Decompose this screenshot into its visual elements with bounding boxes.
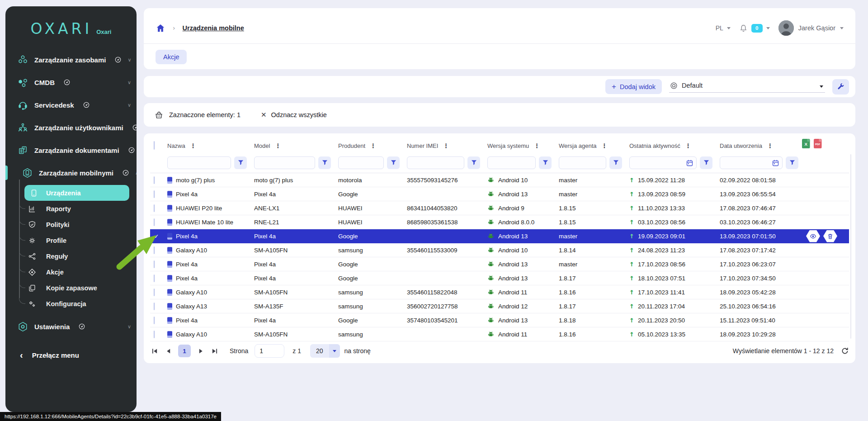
akcje-button[interactable]: Akcje [156,50,187,64]
page-number-input[interactable] [255,344,284,358]
view-selector[interactable]: Default [669,80,825,93]
row-checkbox[interactable] [154,204,155,212]
export-pdf-button[interactable]: PDF [814,139,822,148]
sidebar-item-reguły[interactable]: Reguły [5,248,137,264]
notifications-button[interactable]: 0 [739,24,770,33]
table-row[interactable]: moto g(7) plusmoto g(7) plusmotorola3555… [150,173,849,187]
sidebar-item-cmdb[interactable]: CMDB∨ [5,71,137,94]
table-row[interactable]: Pixel 4aPixel 4aGoogleAndroid 13master↑1… [150,187,849,201]
sidebar-item-zarządzanie-mobilnymi[interactable]: Zarządzanie mobilnymi∧ [5,161,137,184]
view-details-button[interactable] [806,230,820,242]
language-selector[interactable]: PL [716,24,731,32]
table-row[interactable]: Pixel 4aPixel 4aGoogle357480103545201And… [150,313,849,327]
filter-input-wersja-systemu[interactable] [488,157,535,169]
table-row[interactable]: HUAWEI P20 liteANE-LX1HUAWEI863411044053… [150,201,849,215]
filter-funnel-button[interactable] [387,156,400,169]
column-menu-icon[interactable]: ⋮ [443,143,449,149]
column-header-label[interactable]: Produdent [338,142,365,149]
row-checkbox[interactable] [154,218,155,226]
sidebar-item-zarządzanie-dokumentami[interactable]: Zarządzanie dokumentami∨ [5,139,137,161]
sidebar-collapse-button[interactable]: ‹ Przełącz menu [5,350,137,360]
gauge-icon [79,323,85,330]
refresh-button[interactable] [841,347,849,355]
current-page-button[interactable]: 1 [178,345,191,357]
export-excel-button[interactable]: X [802,139,810,148]
sidebar-item-urządzenia[interactable]: Urządzenia [24,185,129,201]
sidebar-item-polityki[interactable]: Polityki [5,217,137,232]
sidebar-item-ustawienia[interactable]: Ustawienia∨ [5,315,137,338]
sidebar-item-raporty[interactable]: Raporty [5,201,137,217]
table-row[interactable]: Galaxy A10SM-A105FNsamsungAndroid 111.8.… [150,327,849,341]
filter-funnel-button[interactable] [609,156,622,169]
home-icon[interactable] [156,23,165,33]
table-scrollbar[interactable] [850,154,851,339]
filter-input-wersja-agenta[interactable] [559,157,606,169]
row-checkbox[interactable] [154,317,155,324]
add-view-button[interactable]: + Dodaj widok [605,79,662,94]
sidebar-item-kopie-zapasowe[interactable]: Kopie zapasowe [5,280,137,296]
table-row[interactable]: Galaxy A10SM-A105FNsamsung35546011582204… [150,285,849,299]
filter-funnel-button[interactable] [700,156,712,169]
filter-input-nazwa[interactable] [168,157,231,169]
column-header-label[interactable]: Wersja agenta [559,142,597,149]
column-menu-icon[interactable]: ⋮ [602,143,608,149]
filter-input-numer-imei[interactable] [407,157,464,169]
row-checkbox[interactable] [154,289,155,296]
column-header-label[interactable]: Data utworzenia [720,142,762,149]
table-settings-button[interactable] [832,79,849,95]
column-header-label[interactable]: Numer IMEI [407,142,438,149]
row-checkbox[interactable] [154,176,155,184]
calendar-icon[interactable] [772,159,779,167]
app-logo-text: OXARI [31,20,93,38]
page-size-select[interactable]: 20 [310,344,340,358]
filter-funnel-button[interactable] [318,156,331,169]
calendar-icon[interactable] [686,159,693,167]
sidebar-item-servicedesk[interactable]: Servicedesk∨ [5,94,137,116]
user-menu[interactable]: Jarek Gąsior [778,20,844,36]
deselect-all-button[interactable]: ✕ Odznacz wszystkie [261,111,327,119]
column-header-label[interactable]: Nazwa [167,142,185,149]
table-row[interactable]: Pixel 4aPixel 4aGoogleAndroid 13master↑1… [150,257,849,271]
row-checkbox[interactable] [154,246,155,254]
sidebar-item-profile[interactable]: Profile [5,232,137,248]
table-row[interactable]: ✓Pixel 4aPixel 4aGoogleAndroid 13master↑… [150,229,849,243]
column-header-label[interactable]: Wersja systemu [487,142,529,149]
next-page-button[interactable] [196,346,205,355]
row-checkbox[interactable] [154,190,155,198]
breadcrumb-page-link[interactable]: Urządzenia mobilne [183,24,244,32]
select-all-checkbox[interactable] [154,141,155,150]
filter-funnel-button[interactable] [786,156,798,169]
prev-page-button[interactable] [164,346,173,355]
column-menu-icon[interactable]: ⋮ [534,143,540,149]
column-menu-icon[interactable]: ⋮ [767,143,773,149]
cell-last-activity: ↑19.09.2023 09:01 [629,233,720,240]
sidebar-item-konfiguracja[interactable]: Konfiguracja [5,296,137,312]
row-checkbox[interactable] [154,303,155,310]
row-checkbox[interactable] [154,274,155,282]
first-page-button[interactable] [150,346,159,355]
filter-input-produdent[interactable] [339,157,383,169]
column-header-label[interactable]: Model [254,142,270,149]
table-row[interactable]: Galaxy A13SM-A135Fsamsung356002720127758… [150,299,849,313]
sidebar-item-akcje[interactable]: Akcje [5,264,137,280]
delete-button[interactable] [823,230,837,242]
export-buttons: X PDF [802,139,822,148]
column-menu-icon[interactable]: ⋮ [370,143,376,149]
filter-funnel-button[interactable] [539,156,552,169]
last-page-button[interactable] [210,346,219,355]
column-header-label[interactable]: Ostatnia aktywność [629,142,680,149]
row-checkbox[interactable] [154,331,155,338]
filter-funnel-button[interactable] [234,156,247,169]
cell-created: 03.10.2023 06:46:27 [720,219,806,226]
column-menu-icon[interactable]: ⋮ [275,143,281,149]
filter-input-model[interactable] [255,157,315,169]
sidebar-item-zarządzanie-zasobami[interactable]: Zarządzanie zasobami∨ [5,48,137,71]
column-menu-icon[interactable]: ⋮ [685,143,691,149]
filter-funnel-button[interactable] [467,156,480,169]
sidebar-item-zarządzanie-użytkownikami[interactable]: Zarządzanie użytkownikami∨ [5,116,137,139]
row-checkbox[interactable] [154,260,155,268]
table-row[interactable]: Galaxy A10SM-A105FNsamsung35546011553300… [150,243,849,257]
table-row[interactable]: HUAWEI Mate 10 liteRNE-L21HUAWEI86859803… [150,215,849,229]
table-row[interactable]: Pixel 4aPixel 4aGoogleAndroid 131.8.17↑1… [150,271,849,285]
column-menu-icon[interactable]: ⋮ [190,143,196,149]
